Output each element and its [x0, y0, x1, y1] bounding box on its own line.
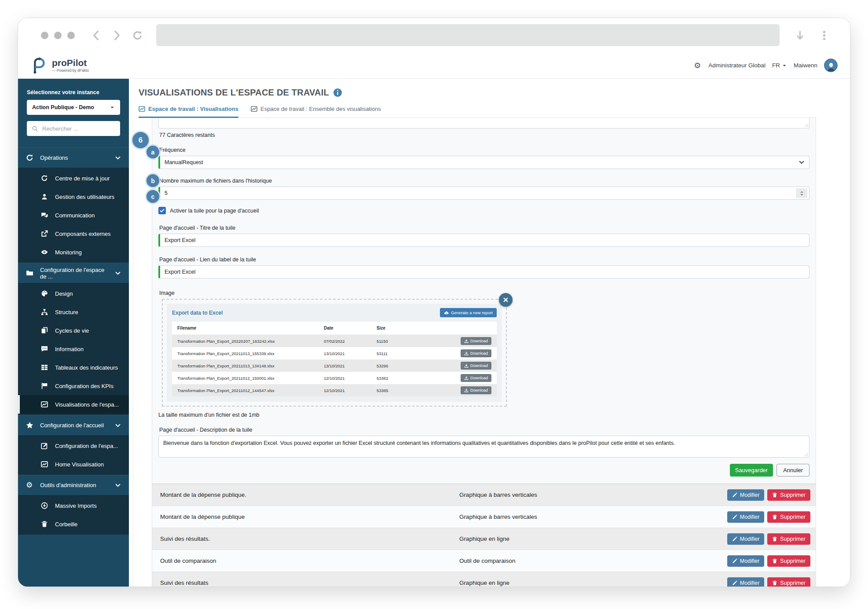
visualisation-type: Graphique en ligne	[459, 580, 727, 586]
sidebar-item-label: Monitoring	[55, 249, 82, 256]
window-close-button[interactable]	[41, 32, 48, 39]
delete-button[interactable]: Supprimer	[767, 577, 810, 587]
max-files-label: Nombre maximum de fichiers dans l'histor…	[159, 178, 809, 184]
generate-report-button: Generate a new report	[440, 308, 497, 317]
sidebar-item[interactable]: Home Visualisation	[18, 455, 129, 473]
sidebar-item-label: Cycles de vie	[55, 327, 89, 334]
sidebar-item-label: Gestion des utilisateurs	[55, 194, 114, 200]
remove-image-button[interactable]	[499, 293, 513, 307]
tile-link-input[interactable]: Export Excel	[158, 265, 809, 279]
sidebar-item[interactable]: Massive Imports	[18, 496, 129, 515]
cell-size: 53385	[377, 388, 449, 393]
window-controls[interactable]	[41, 32, 75, 39]
edit-label: Modifier	[740, 558, 759, 564]
tile-title-input[interactable]: Export Excel	[158, 234, 809, 247]
max-files-input[interactable]: 5	[158, 187, 809, 200]
window-zoom-button[interactable]	[67, 32, 75, 39]
sidebar-item[interactable]: Corbeille	[18, 515, 129, 533]
save-button[interactable]: Sauvegarder	[730, 464, 773, 477]
sidebar-item[interactable]: Composants externes	[18, 224, 129, 243]
edit-button[interactable]: Modifier	[727, 533, 764, 545]
sidebar-item-label: Corbeille	[55, 521, 77, 528]
tab-ensemble-visualisations[interactable]: Espace de travail : Ensemble des visuali…	[251, 106, 381, 118]
language-selector[interactable]: FR	[772, 62, 787, 69]
sidebar-section-config-accueil[interactable]: Configuration de l'accueil	[18, 415, 129, 435]
cell-filename: Transformation Plan_Export_20211013_1553…	[177, 351, 324, 356]
window-minimize-button[interactable]	[54, 32, 62, 39]
brand-name: proPilot	[52, 58, 89, 67]
item-icon	[41, 290, 48, 297]
star-icon	[26, 422, 33, 429]
page: proPilot — Powered by dFakto ⚙ Administr…	[0, 0, 868, 609]
sidebar-item[interactable]: Information	[18, 340, 129, 358]
pencil-icon	[732, 514, 737, 520]
cell-date: 12/10/2021	[324, 388, 377, 393]
edit-button[interactable]: Modifier	[727, 489, 764, 501]
tab-bar: Espace de travail : Visualisations Espac…	[139, 106, 850, 118]
sidebar-search-input[interactable]: Rechercher ...	[27, 121, 120, 136]
download-icon	[464, 376, 469, 380]
delete-button[interactable]: Supprimer	[767, 555, 810, 567]
sidebar-section-label: Configuration de l'accueil	[40, 422, 104, 429]
max-size-note: La taille maximum d'un fichier est de 1m…	[158, 412, 809, 418]
role-label[interactable]: Administrateur Global	[708, 62, 765, 69]
cancel-button[interactable]: Annuler	[776, 464, 809, 477]
visualisation-name: Montant de la dépense publique.	[160, 492, 459, 498]
sidebar-item-label: Configuration de l'espa...	[55, 443, 118, 449]
description-textarea[interactable]: Bienvenue dans la fonction d'exportation…	[158, 436, 809, 458]
visualisation-type: Graphique à barres verticales	[459, 514, 727, 520]
delete-button[interactable]: Supprimer	[767, 533, 810, 545]
url-bar[interactable]	[156, 24, 780, 46]
max-files-value: 5	[165, 190, 168, 196]
edit-button[interactable]: Modifier	[727, 577, 764, 587]
download-button: Download	[461, 362, 491, 370]
sidebar-item[interactable]: Configuration des KPIs	[18, 377, 129, 395]
visualisation-type: Graphique à barres verticales	[459, 492, 727, 498]
download-icon	[464, 339, 469, 343]
admin-gear-icon[interactable]: ⚙	[694, 62, 702, 70]
kebab-menu-icon[interactable]	[819, 30, 830, 41]
username-label[interactable]: Maiwenn	[794, 62, 817, 69]
tile-enable-checkbox[interactable]	[158, 207, 166, 214]
sidebar-item[interactable]: Gestion des utilisateurs	[18, 187, 129, 206]
delete-button[interactable]: Supprimer	[767, 489, 810, 501]
instance-select[interactable]: Action Publique - Demo	[27, 100, 120, 115]
sidebar-section-label: Outils d'administration	[40, 482, 96, 488]
number-stepper[interactable]	[796, 188, 807, 198]
cell-size: 51150	[377, 339, 449, 344]
sidebar-group-config-accueil: Configuration de l'espa... Home Visualis…	[18, 435, 129, 475]
sidebar-section-outils[interactable]: ⚙ Outils d'administration	[18, 475, 129, 495]
edit-button[interactable]: Modifier	[727, 555, 764, 567]
sidebar-item[interactable]: Structure	[18, 303, 129, 321]
download-icon[interactable]	[795, 30, 806, 41]
delete-button[interactable]: Supprimer	[767, 511, 810, 523]
avatar[interactable]	[824, 59, 838, 72]
reload-icon[interactable]	[132, 30, 143, 41]
edit-button[interactable]: Modifier	[727, 511, 764, 523]
forward-icon[interactable]	[111, 30, 122, 41]
sidebar-item[interactable]: Cycles de vie	[18, 321, 129, 340]
sidebar-item-label: Structure	[55, 309, 78, 316]
sidebar-section-operations[interactable]: Opérations	[18, 147, 129, 168]
tile-link-label: Page d'accueil - Lien du label de la tui…	[159, 257, 809, 263]
back-icon[interactable]	[91, 30, 102, 41]
trash-icon	[772, 580, 777, 586]
sidebar-item[interactable]: Tableaux des indicateurs	[18, 358, 129, 377]
table-row: Transformation Plan_Export_20211013_1341…	[172, 360, 497, 372]
sidebar-section-config-espace[interactable]: Configuration de l'espace de ...	[18, 263, 129, 283]
sidebar-item[interactable]: Communication	[18, 206, 129, 224]
sidebar-item[interactable]: Configuration de l'espa...	[18, 437, 129, 455]
tab-label: Espace de travail : Ensemble des visuali…	[260, 106, 381, 112]
sidebar-item[interactable]: Monitoring	[18, 243, 129, 261]
title-textarea-partial[interactable]	[158, 118, 809, 128]
sidebar-item[interactable]: Visualisations de l'espa...	[18, 395, 129, 414]
frequency-select[interactable]: ManualRequest	[158, 156, 809, 169]
info-icon[interactable]	[333, 88, 342, 97]
badge-b: b	[146, 174, 159, 187]
item-icon	[41, 212, 48, 219]
tab-espace-visualisations[interactable]: Espace de travail : Visualisations	[139, 106, 238, 118]
language-value: FR	[772, 62, 780, 69]
image-dropzone[interactable]: Export data to Excel Generate a new repo…	[162, 299, 507, 407]
sidebar-item[interactable]: Centre de mise à jour	[18, 169, 129, 187]
sidebar-item[interactable]: Design	[18, 284, 129, 303]
